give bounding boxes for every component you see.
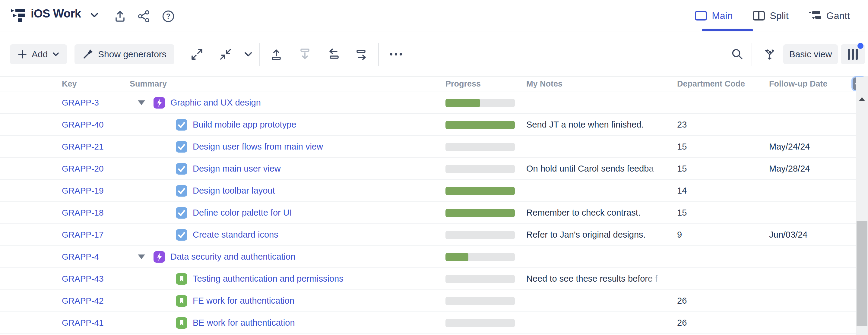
follow-up-date-cell[interactable] xyxy=(769,290,855,311)
collapse-all-icon[interactable] xyxy=(219,47,232,61)
text-fade-overlay xyxy=(645,268,666,290)
issue-key-link[interactable]: GRAPP-3 xyxy=(62,92,134,113)
table-row[interactable]: GRAPP-40Build mobile app prototypeSend J… xyxy=(0,114,856,136)
issue-summary-link[interactable]: BE work for authentication xyxy=(193,318,295,328)
follow-up-date-cell[interactable] xyxy=(769,180,855,202)
follow-up-date-cell[interactable] xyxy=(769,202,855,223)
table-row[interactable]: GRAPP-17Create standard iconsRefer to Ja… xyxy=(0,224,856,246)
expand-all-icon[interactable] xyxy=(190,47,204,61)
my-notes-cell[interactable] xyxy=(526,92,666,113)
issue-key-link[interactable]: GRAPP-41 xyxy=(62,312,134,334)
move-down-icon-disabled[interactable] xyxy=(298,47,312,61)
follow-up-date-cell[interactable]: Jun/03/24 xyxy=(769,224,855,245)
toolbar-divider xyxy=(259,43,260,66)
follow-up-date-cell[interactable] xyxy=(769,268,855,290)
department-code-cell[interactable]: 23 xyxy=(677,114,762,135)
my-notes-cell[interactable]: Refer to Jan's original designs. xyxy=(526,224,666,245)
move-up-icon[interactable] xyxy=(269,47,283,61)
table-row[interactable]: GRAPP-21Design user flows from main view… xyxy=(0,136,856,158)
add-button[interactable]: Add xyxy=(10,44,67,64)
table-row[interactable]: GRAPP-18Define color palette for UIRemem… xyxy=(0,202,856,224)
scroll-up-arrow-icon[interactable] xyxy=(859,97,865,101)
department-code-cell[interactable] xyxy=(677,246,762,268)
issue-key-link[interactable]: GRAPP-42 xyxy=(62,290,134,311)
transformations-icon[interactable] xyxy=(763,47,777,61)
issue-summary-link[interactable]: FE work for authentication xyxy=(193,296,294,306)
tab-gantt[interactable]: Gantt xyxy=(809,0,850,31)
issue-key-link[interactable]: GRAPP-20 xyxy=(62,158,134,179)
issue-summary-link[interactable]: Create standard icons xyxy=(193,230,278,240)
table-row[interactable]: GRAPP-20Design main user viewOn hold unt… xyxy=(0,158,856,180)
issue-summary-link[interactable]: Graphic and UX design xyxy=(170,98,261,108)
tab-main[interactable]: Main xyxy=(694,0,733,31)
table-row[interactable]: GRAPP-42FE work for authentication26 xyxy=(0,290,856,312)
more-options-icon[interactable] xyxy=(389,47,403,61)
department-code-cell[interactable] xyxy=(677,92,762,113)
department-code-cell[interactable]: 26 xyxy=(677,290,762,311)
chevron-down-icon[interactable] xyxy=(91,13,98,18)
issue-key-link[interactable]: GRAPP-18 xyxy=(62,202,134,223)
collapse-toggle-icon[interactable] xyxy=(138,100,145,105)
department-code-cell[interactable]: 15 xyxy=(677,158,762,179)
table-row[interactable]: GRAPP-19Design toolbar layout14 xyxy=(0,180,856,202)
follow-up-date-cell[interactable] xyxy=(769,312,855,334)
follow-up-date-cell[interactable]: May/28/24 xyxy=(769,158,855,179)
issue-summary-link[interactable]: Data security and authentication xyxy=(170,252,295,262)
text-fade-overlay xyxy=(645,158,666,179)
my-notes-cell[interactable]: Send JT a note when finished. xyxy=(526,114,666,135)
table-row[interactable]: GRAPP-43Testing authentication and permi… xyxy=(0,268,856,290)
department-code-cell[interactable]: 15 xyxy=(677,136,762,157)
search-icon[interactable] xyxy=(731,47,744,61)
table-row[interactable]: GRAPP-4Data security and authentication xyxy=(0,246,856,268)
indent-icon[interactable] xyxy=(355,47,369,61)
column-header-summary[interactable]: Summary xyxy=(130,79,167,89)
column-header-follow-up-date[interactable]: Follow-up Date xyxy=(769,79,827,89)
column-header-progress[interactable]: Progress xyxy=(445,79,481,89)
issue-key-link[interactable]: GRAPP-40 xyxy=(62,114,134,135)
issue-key-link[interactable]: GRAPP-19 xyxy=(62,180,134,202)
my-notes-cell[interactable] xyxy=(526,180,666,202)
department-code-cell[interactable]: 15 xyxy=(677,202,762,223)
issue-summary-link[interactable]: Testing authentication and permissions xyxy=(193,274,343,284)
column-header-key[interactable]: Key xyxy=(62,79,77,89)
follow-up-date-cell[interactable] xyxy=(769,92,855,113)
chevron-down-icon[interactable] xyxy=(243,47,253,61)
column-header-my-notes[interactable]: My Notes xyxy=(526,79,562,89)
collapse-toggle-icon[interactable] xyxy=(138,254,145,259)
outdent-icon[interactable] xyxy=(327,47,341,61)
issue-summary-link[interactable]: Build mobile app prototype xyxy=(193,120,296,130)
follow-up-date-cell[interactable]: May/24/24 xyxy=(769,136,855,157)
my-notes-cell[interactable] xyxy=(526,246,666,268)
table-row[interactable]: GRAPP-41BE work for authentication26 xyxy=(0,312,856,334)
my-notes-cell[interactable] xyxy=(526,136,666,157)
table-row[interactable]: GRAPP-3Graphic and UX design xyxy=(0,92,856,114)
view-selector-button[interactable]: Basic view xyxy=(783,44,838,64)
department-code-cell[interactable]: 14 xyxy=(677,180,762,202)
show-generators-button[interactable]: Show generators xyxy=(74,44,174,64)
column-header-department-code[interactable]: Department Code xyxy=(677,79,745,89)
issue-key-link[interactable]: GRAPP-21 xyxy=(62,136,134,157)
department-code-cell[interactable]: 26 xyxy=(677,312,762,334)
tab-split[interactable]: Split xyxy=(752,0,788,31)
my-notes-cell[interactable] xyxy=(526,312,666,334)
help-icon[interactable]: ? xyxy=(162,10,175,23)
my-notes-cell[interactable]: On hold until Carol sends feedba xyxy=(526,158,666,179)
issue-summary-link[interactable]: Design toolbar layout xyxy=(193,186,275,196)
share-icon[interactable] xyxy=(137,10,151,23)
issue-key-link[interactable]: GRAPP-43 xyxy=(62,268,134,290)
scrollbar-thumb[interactable] xyxy=(857,221,867,326)
page-title[interactable]: iOS Work xyxy=(31,7,81,20)
export-icon[interactable] xyxy=(114,10,127,23)
follow-up-date-cell[interactable] xyxy=(769,114,855,135)
department-code-cell[interactable]: 9 xyxy=(677,224,762,245)
my-notes-cell[interactable]: Remember to check contrast. xyxy=(526,202,666,223)
issue-key-link[interactable]: GRAPP-4 xyxy=(62,246,134,268)
issue-key-link[interactable]: GRAPP-17 xyxy=(62,224,134,245)
department-code-cell[interactable] xyxy=(677,268,762,290)
follow-up-date-cell[interactable] xyxy=(769,246,855,268)
issue-summary-link[interactable]: Design main user view xyxy=(193,164,281,174)
my-notes-cell[interactable]: Need to see these results before f xyxy=(526,268,666,290)
issue-summary-link[interactable]: Define color palette for UI xyxy=(193,208,292,218)
my-notes-cell[interactable] xyxy=(526,290,666,311)
issue-summary-link[interactable]: Design user flows from main view xyxy=(193,142,323,152)
